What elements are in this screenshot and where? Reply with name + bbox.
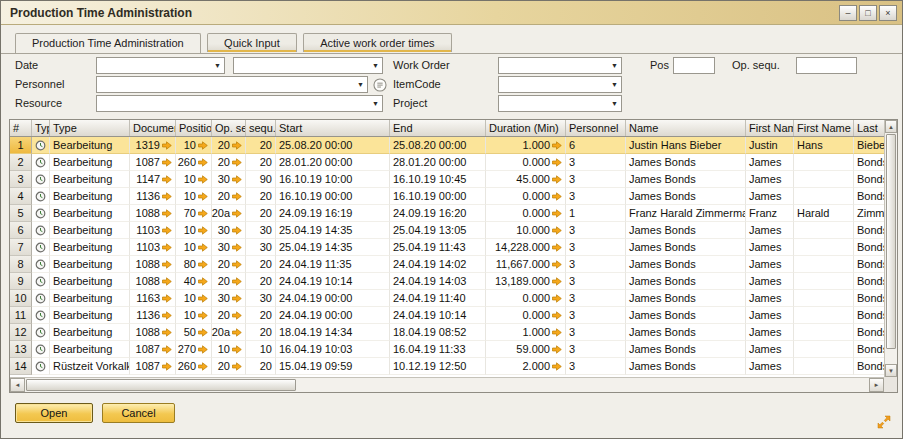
- link-arrow-icon[interactable]: [232, 328, 242, 337]
- cell-personnel[interactable]: 3: [566, 171, 626, 188]
- cell-first_name[interactable]: James: [746, 222, 794, 239]
- cell-end[interactable]: 24.04.19 14:02: [390, 256, 486, 273]
- column-header-position[interactable]: Position: [176, 120, 212, 136]
- column-header-name[interactable]: Name: [626, 120, 746, 136]
- horizontal-scrollbar[interactable]: ◄ ►: [10, 377, 884, 392]
- row-number[interactable]: 6: [10, 222, 32, 239]
- table-row[interactable]: 14Rüstzeit Vorkalku1087260202015.04.19 0…: [10, 358, 884, 375]
- cell-document[interactable]: 1088: [130, 205, 176, 222]
- cell-id[interactable]: 20: [246, 307, 276, 324]
- cell-start[interactable]: 25.04.19 14:35: [276, 222, 390, 239]
- link-arrow-icon[interactable]: [198, 294, 208, 303]
- link-arrow-icon[interactable]: [552, 294, 562, 303]
- cell-op_sequ[interactable]: 30: [212, 222, 246, 239]
- cell-type[interactable]: Bearbeitung: [50, 324, 130, 341]
- scroll-up-button[interactable]: ▲: [885, 120, 897, 133]
- type-icon-cell[interactable]: [32, 239, 50, 256]
- link-arrow-icon[interactable]: [552, 260, 562, 269]
- project-select[interactable]: ▼: [498, 95, 622, 112]
- table-row[interactable]: 2Bearbeitung1087260202028.01.20 00:0028.…: [10, 154, 884, 171]
- cell-first_name_2[interactable]: [794, 341, 854, 358]
- cell-id[interactable]: 30: [246, 239, 276, 256]
- cell-id[interactable]: 20: [246, 324, 276, 341]
- link-arrow-icon[interactable]: [232, 141, 242, 150]
- link-arrow-icon[interactable]: [198, 243, 208, 252]
- row-number[interactable]: 12: [10, 324, 32, 341]
- link-arrow-icon[interactable]: [162, 141, 172, 150]
- row-number[interactable]: 11: [10, 307, 32, 324]
- date-from-select[interactable]: ▼: [96, 57, 225, 74]
- cell-document[interactable]: 1088: [130, 256, 176, 273]
- cell-last_name[interactable]: Bonds: [854, 307, 884, 324]
- table-row[interactable]: 10Bearbeitung116310303024.04.19 00:0024.…: [10, 290, 884, 307]
- cell-last_name[interactable]: Bonds: [854, 188, 884, 205]
- cell-end[interactable]: 24.04.19 14:03: [390, 273, 486, 290]
- cell-end[interactable]: 25.04.19 13:05: [390, 222, 486, 239]
- column-header-num[interactable]: #: [10, 120, 32, 136]
- row-number[interactable]: 5: [10, 205, 32, 222]
- link-arrow-icon[interactable]: [198, 141, 208, 150]
- link-arrow-icon[interactable]: [232, 362, 242, 371]
- cell-start[interactable]: 15.04.19 09:59: [276, 358, 390, 375]
- cell-position[interactable]: 260: [176, 154, 212, 171]
- cell-document[interactable]: 1163: [130, 290, 176, 307]
- cell-start[interactable]: 25.08.20 00:00: [276, 137, 390, 154]
- cell-type[interactable]: Bearbeitung: [50, 154, 130, 171]
- cell-document[interactable]: 1147: [130, 171, 176, 188]
- scroll-right-button[interactable]: ►: [869, 378, 884, 392]
- link-arrow-icon[interactable]: [232, 226, 242, 235]
- minimize-button[interactable]: –: [839, 5, 857, 21]
- cell-op_sequ[interactable]: 20: [212, 188, 246, 205]
- personnel-choose-from-list-icon[interactable]: [373, 78, 387, 92]
- cell-start[interactable]: 24.04.19 10:14: [276, 273, 390, 290]
- cell-position[interactable]: 70: [176, 205, 212, 222]
- row-number[interactable]: 8: [10, 256, 32, 273]
- op-sequ-input[interactable]: [796, 57, 857, 74]
- cell-first_name_2[interactable]: [794, 358, 854, 375]
- row-number[interactable]: 13: [10, 341, 32, 358]
- cell-last_name[interactable]: Bonds: [854, 222, 884, 239]
- link-arrow-icon[interactable]: [198, 260, 208, 269]
- column-header-start[interactable]: Start: [276, 120, 390, 136]
- cell-type[interactable]: Bearbeitung: [50, 256, 130, 273]
- cell-personnel[interactable]: 3: [566, 222, 626, 239]
- itemcode-select[interactable]: ▼: [498, 76, 622, 93]
- cell-id[interactable]: 20: [246, 256, 276, 273]
- pos-input[interactable]: [673, 57, 715, 74]
- cell-document[interactable]: 1319: [130, 137, 176, 154]
- cell-end[interactable]: 16.10.19 00:00: [390, 188, 486, 205]
- cell-position[interactable]: 260: [176, 358, 212, 375]
- cell-duration[interactable]: 1.000: [486, 137, 566, 154]
- link-arrow-icon[interactable]: [198, 226, 208, 235]
- cell-id[interactable]: 20: [246, 137, 276, 154]
- tab-quick-input[interactable]: Quick Input: [207, 33, 297, 52]
- link-arrow-icon[interactable]: [162, 294, 172, 303]
- type-icon-cell[interactable]: [32, 205, 50, 222]
- cell-position[interactable]: 50: [176, 324, 212, 341]
- link-arrow-icon[interactable]: [162, 311, 172, 320]
- cell-name[interactable]: James Bonds: [626, 188, 746, 205]
- type-icon-cell[interactable]: [32, 171, 50, 188]
- type-icon-cell[interactable]: [32, 273, 50, 290]
- cell-name[interactable]: James Bonds: [626, 222, 746, 239]
- cell-first_name[interactable]: James: [746, 341, 794, 358]
- cell-op_sequ[interactable]: 20a: [212, 324, 246, 341]
- cell-type[interactable]: Bearbeitung: [50, 188, 130, 205]
- cell-last_name[interactable]: Zimmermann: [854, 205, 884, 222]
- link-arrow-icon[interactable]: [162, 328, 172, 337]
- link-arrow-icon[interactable]: [162, 192, 172, 201]
- link-arrow-icon[interactable]: [162, 175, 172, 184]
- link-arrow-icon[interactable]: [198, 192, 208, 201]
- cell-first_name_2[interactable]: Hans: [794, 137, 854, 154]
- cell-type[interactable]: Bearbeitung: [50, 290, 130, 307]
- cell-first_name[interactable]: James: [746, 273, 794, 290]
- link-arrow-icon[interactable]: [198, 277, 208, 286]
- link-arrow-icon[interactable]: [552, 345, 562, 354]
- table-row[interactable]: 7Bearbeitung110310303025.04.19 14:3525.0…: [10, 239, 884, 256]
- cell-op_sequ[interactable]: 30: [212, 290, 246, 307]
- cell-position[interactable]: 10: [176, 222, 212, 239]
- link-arrow-icon[interactable]: [552, 209, 562, 218]
- row-number[interactable]: 10: [10, 290, 32, 307]
- cell-last_name[interactable]: Bonds: [854, 239, 884, 256]
- cell-last_name[interactable]: Bonds: [854, 324, 884, 341]
